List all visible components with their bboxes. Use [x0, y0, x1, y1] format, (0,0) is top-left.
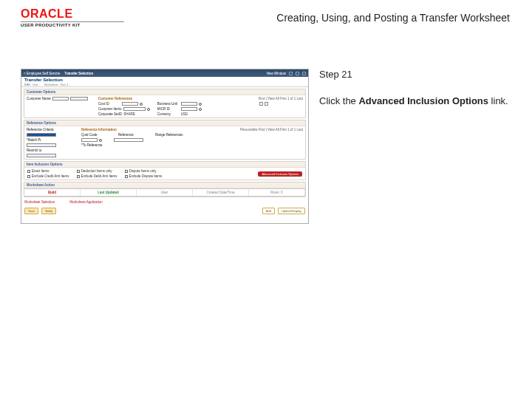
search-icon[interactable]	[199, 108, 202, 111]
match-pt-label: *Match Pt	[27, 138, 49, 142]
restrict-label: Restrict to	[27, 149, 49, 152]
update-display-button[interactable]: Update/Display	[278, 208, 305, 214]
save-button[interactable]: Save	[24, 208, 38, 214]
page-title: Transfer Selection	[24, 78, 70, 82]
document-title: Creating, Using, and Posting a Transfer …	[124, 7, 517, 24]
instruction-pre: Click the	[319, 95, 358, 106]
add-button[interactable]: Add	[262, 208, 275, 214]
pager[interactable]: Find | View All First 1 of 1 Last	[259, 97, 303, 100]
ref-criteria-select[interactable]	[27, 133, 56, 137]
reference-input[interactable]	[114, 138, 143, 142]
section-header: Worksheet Action	[24, 183, 305, 188]
excl-debit-check[interactable]	[77, 175, 80, 178]
breadcrumb: BBB . Unit .	[24, 83, 40, 86]
bu-label: Business Unit	[157, 102, 180, 106]
section-header: Item Inclusion Options	[24, 162, 305, 168]
app-header: < Employee Self Service Transfer Selecti…	[21, 69, 308, 77]
deduction-check[interactable]	[77, 170, 80, 173]
home-icon[interactable]	[289, 72, 293, 75]
instruction-panel: Step 21 Click the Advanced Inclusion Opt…	[319, 69, 511, 224]
section-header: Customer Options	[24, 89, 305, 95]
nav-title: Transfer Selection	[64, 72, 93, 75]
search-icon[interactable]	[140, 103, 143, 106]
cust-name-lookup[interactable]	[70, 97, 88, 100]
checkbox-label: Exact Items	[32, 169, 50, 173]
search-icon[interactable]	[147, 108, 150, 111]
tab-last-updated[interactable]: Last Updated	[81, 189, 137, 196]
worksheet-application-link[interactable]: Worksheet Application	[69, 200, 102, 204]
checkbox-label: Deduction Items only	[81, 169, 112, 173]
checkbox-label: Exclude Credit Amt Items	[32, 174, 69, 178]
search-icon[interactable]	[99, 139, 102, 142]
delete-row-button[interactable]	[265, 102, 268, 106]
advanced-inclusion-options-link[interactable]: Advanced Inclusion Options	[258, 171, 302, 177]
app-screenshot: < Employee Self Service Transfer Selecti…	[21, 69, 309, 224]
instruction-bold: Advanced Inclusion Options	[358, 95, 488, 106]
worksheet-selection-link[interactable]: Worksheet Selection	[24, 200, 55, 204]
cust-name-label: Customer Name	[27, 97, 51, 100]
checkbox-label: Exclude Debit Amt Items	[81, 174, 117, 178]
range-ref-label: Range References	[155, 133, 183, 137]
match-pt-select[interactable]	[27, 143, 56, 147]
tab-created[interactable]: Created Date/Time	[193, 189, 249, 196]
menu-icon[interactable]	[296, 72, 299, 75]
add-row-button[interactable]	[259, 102, 263, 106]
cust-items-input[interactable]	[123, 107, 146, 111]
cust-ref-header: Customer References	[98, 97, 133, 100]
reference-label: Reference	[118, 133, 140, 137]
dispute-check[interactable]	[125, 170, 128, 173]
qual-code-input[interactable]	[81, 138, 98, 142]
section-header: Reference Options	[24, 120, 305, 126]
worksheet-action-section: Worksheet Action Build Last Updated User…	[24, 182, 306, 197]
restrict-select[interactable]	[27, 154, 56, 157]
ref-criteria-label: Reference Criteria	[27, 128, 54, 132]
help-icon[interactable]	[302, 72, 306, 75]
tab-rows: Rows: 0	[249, 189, 305, 196]
micr-input[interactable]	[181, 107, 197, 111]
customer-options-section: Customer Options Customer Name Customer …	[24, 89, 306, 118]
item-inclusion-section: Item Inclusion Options Exact Items Exclu…	[24, 161, 306, 180]
cust-name-input[interactable]	[52, 97, 69, 100]
tab-user[interactable]: User	[137, 189, 193, 196]
cust-id-input[interactable]	[122, 102, 138, 106]
reference-options-section: Reference Options Reference Criteria *Ma…	[24, 120, 306, 160]
upk-subtitle: USER PRODUCTIVITY KIT	[21, 21, 124, 27]
nav-back-link[interactable]: < Employee Self Service	[24, 72, 60, 75]
checkbox-label: Exclude Dispute Items	[129, 174, 163, 178]
setid-label: Corporate SetID	[98, 112, 123, 116]
step-number: Step 21	[319, 69, 511, 80]
qual-code-label: Qual Code	[81, 133, 103, 137]
tab-build[interactable]: Build	[24, 189, 81, 196]
bu-input[interactable]	[181, 102, 197, 106]
notify-button[interactable]: Notify	[41, 208, 56, 214]
currency-value: USD	[181, 112, 188, 116]
oracle-logo: ORACLE	[21, 7, 124, 21]
search-icon[interactable]	[199, 103, 202, 106]
new-window-label: New Window	[267, 72, 286, 75]
cust-items-label: Customer Items	[98, 107, 122, 111]
setid-value: SHARE	[123, 112, 135, 116]
breadcrumb: Worksheet . Run 1 .	[44, 83, 70, 86]
step-instruction: Click the Advanced Inclusion Options lin…	[319, 95, 511, 108]
exact-items-check[interactable]	[27, 170, 30, 173]
ref-info-header: Reference Information	[81, 128, 117, 132]
page-subheader: Transfer Selection BBB . Unit . Workshee…	[21, 77, 308, 87]
to-ref-label: *To Reference	[81, 143, 103, 147]
cust-id-label: Cust ID	[98, 102, 120, 106]
instruction-post: link.	[488, 95, 508, 106]
currency-label: Currency	[157, 112, 180, 116]
excl-credit-check[interactable]	[27, 175, 30, 178]
pager[interactable]: Personalize Find | View All First 1 of 1…	[240, 128, 303, 132]
excl-dispute-check[interactable]	[125, 175, 128, 178]
micr-label: MICR ID	[157, 107, 180, 111]
checkbox-label: Dispute Items only	[129, 169, 157, 173]
